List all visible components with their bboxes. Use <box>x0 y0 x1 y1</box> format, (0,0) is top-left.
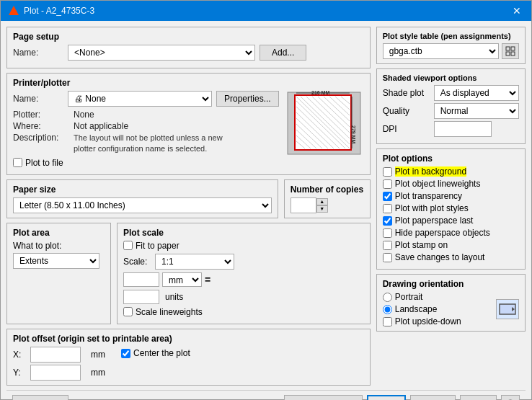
portrait-label: Portrait <box>395 292 423 302</box>
properties-button[interactable]: Properties... <box>216 91 279 107</box>
cancel-button[interactable]: Cancel <box>410 395 456 400</box>
dpi-input[interactable] <box>434 121 492 137</box>
plot-option-label-5: Hide paperspace objects <box>395 228 490 238</box>
scale-select[interactable]: 1:1 <box>155 254 234 270</box>
style-table-label: Plot style table (pen assignments) <box>383 32 519 40</box>
dialog-content: Page setup Name: <None> Add... Printer/p… <box>1 21 531 400</box>
svg-rect-24 <box>506 47 510 50</box>
plot-option-6[interactable] <box>383 241 392 250</box>
plot-option-1[interactable] <box>383 179 392 189</box>
apply-button[interactable]: Apply to Layout <box>284 395 363 400</box>
add-button[interactable]: Add... <box>260 45 306 61</box>
y-input[interactable]: -90.89 <box>30 365 81 381</box>
what-to-plot-label: What to plot: <box>13 241 105 251</box>
name-select[interactable]: <None> <box>68 45 255 61</box>
quality-select[interactable]: Normal <box>434 103 519 119</box>
plotter-label: Plotter: <box>13 110 71 120</box>
name-label: Name: <box>13 48 63 58</box>
orientation-section: Drawing orientation Portrait Landscape <box>376 274 526 332</box>
copies-down[interactable]: ▼ <box>316 205 328 213</box>
printer-label: Printer/plotter <box>13 78 364 88</box>
equals-sign: = <box>205 274 210 285</box>
plot-option-label-1: Plot object lineweights <box>395 179 481 189</box>
svg-marker-0 <box>9 6 19 15</box>
scale-unit1[interactable]: mm <box>162 272 202 287</box>
what-to-plot-select[interactable]: Extents <box>13 253 99 269</box>
dpi-label: DPI <box>383 124 430 134</box>
scale-value2[interactable]: 1 <box>123 290 159 304</box>
arrow-btn[interactable] <box>501 395 520 400</box>
style-table-btn[interactable] <box>502 43 519 59</box>
upside-down-checkbox[interactable] <box>383 317 392 326</box>
plot-scale-section: Plot scale Fit to paper Scale: 1:1 <box>117 223 371 324</box>
shaded-viewport-section: Shaded viewport options Shade plot As di… <box>376 68 526 144</box>
page-setup-section: Page setup Name: <None> Add... <box>6 27 371 68</box>
preview-button[interactable]: Preview... <box>12 395 68 400</box>
plot-area-section: Plot area What to plot: Extents <box>6 223 111 324</box>
plot-to-file-label: Plot to file <box>25 158 63 168</box>
plot-option-4[interactable] <box>383 216 392 226</box>
scale-value1[interactable]: 1 <box>123 272 159 287</box>
quality-label: Quality <box>383 106 430 116</box>
plot-option-label-7: Save changes to layout <box>395 252 485 262</box>
center-plot-checkbox[interactable] <box>121 349 130 358</box>
title-bar: Plot - A2_4735C-3 ✕ <box>1 1 531 21</box>
plot-to-file-checkbox[interactable] <box>13 158 22 167</box>
landscape-radio[interactable] <box>383 305 392 314</box>
plot-option-2[interactable] <box>383 192 392 201</box>
scale-unit2: units <box>165 292 183 302</box>
plot-option-label-6: Plot stamp on <box>395 240 448 250</box>
plot-options-label: Plot options <box>383 154 519 164</box>
orientation-label: Drawing orientation <box>383 279 519 289</box>
landscape-icon <box>499 302 516 316</box>
paper-size-section: Paper size Letter (8.50 x 11.00 Inches) <box>6 179 278 218</box>
plot-area-label: Plot area <box>13 228 105 238</box>
copies-input[interactable]: 1 <box>291 197 316 213</box>
plot-option-0[interactable] <box>383 167 392 177</box>
help-button[interactable]: Help <box>460 395 497 400</box>
paper-size-select[interactable]: Letter (8.50 x 11.00 Inches) <box>13 197 272 213</box>
svg-rect-25 <box>511 47 515 50</box>
copies-section: Number of copies 1 ▲ ▼ <box>284 179 371 218</box>
shade-plot-select[interactable]: As displayed <box>434 85 519 101</box>
page-setup-label: Page setup <box>13 32 364 42</box>
landscape-icon-btn[interactable] <box>496 299 519 319</box>
printer-section: Printer/plotter Name: 🖨 None Properties.… <box>6 73 371 175</box>
left-panel: Page setup Name: <None> Add... Printer/p… <box>6 27 371 386</box>
plot-option-label-2: Plot transparency <box>395 191 462 201</box>
fit-to-paper-label: Fit to paper <box>136 241 179 251</box>
svg-text:216 MM: 216 MM <box>311 91 329 95</box>
fit-to-paper-checkbox[interactable] <box>123 241 133 250</box>
center-plot-label: Center the plot <box>133 348 190 358</box>
style-table-select[interactable]: gbga.ctb <box>383 43 499 59</box>
x-unit: mm <box>91 350 112 360</box>
printer-name-select[interactable]: 🖨 None <box>68 91 212 107</box>
desc-value: The layout will not be plotted unless a … <box>74 133 225 155</box>
scale-lw-checkbox[interactable] <box>123 307 133 316</box>
x-input[interactable]: -155.80 <box>30 347 81 363</box>
right-panel: Plot style table (pen assignments) gbga.… <box>376 27 526 386</box>
style-table-section: Plot style table (pen assignments) gbga.… <box>376 27 526 64</box>
shaded-viewport-label: Shaded viewport options <box>383 74 519 82</box>
plot-option-3[interactable] <box>383 204 392 213</box>
where-label: Where: <box>13 121 71 131</box>
portrait-radio[interactable] <box>383 293 392 302</box>
copies-up[interactable]: ▲ <box>316 198 328 205</box>
plot-scale-label: Plot scale <box>123 228 364 238</box>
app-icon <box>8 5 19 17</box>
bottom-bar: Preview... Apply to Layout OK Cancel Hel… <box>6 390 526 400</box>
x-label: X: <box>13 350 27 360</box>
window-title: Plot - A2_4735C-3 <box>24 6 94 16</box>
svg-text:279 MM: 279 MM <box>351 125 356 143</box>
copies-label: Number of copies <box>291 185 364 195</box>
ok-button[interactable]: OK <box>367 395 406 400</box>
plotter-value: None <box>74 110 94 120</box>
svg-rect-26 <box>506 52 510 55</box>
paper-size-label: Paper size <box>13 185 272 195</box>
plot-dialog: Plot - A2_4735C-3 ✕ Page setup Name: <No… <box>0 0 532 400</box>
y-unit: mm <box>91 368 112 378</box>
plot-option-5[interactable] <box>383 228 392 238</box>
close-button[interactable]: ✕ <box>510 3 524 19</box>
plot-options-section: Plot options Plot in background Plot obj… <box>376 148 526 270</box>
plot-option-7[interactable] <box>383 253 392 262</box>
